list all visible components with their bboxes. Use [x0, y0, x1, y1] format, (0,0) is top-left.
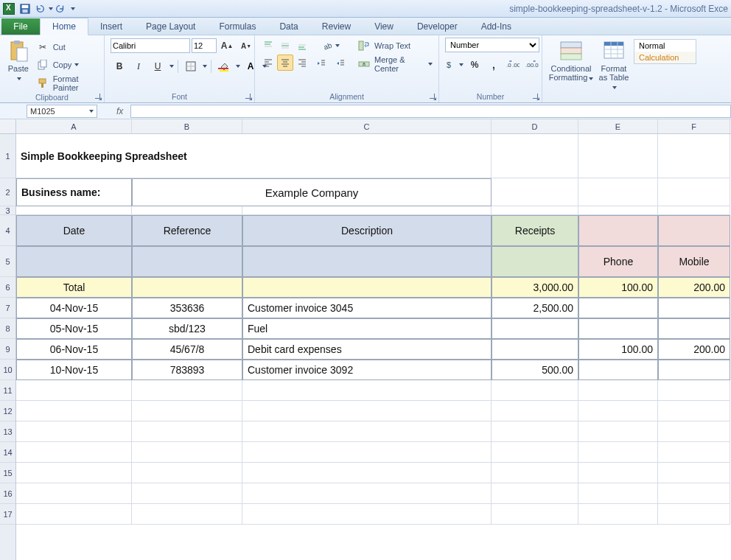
cell-desc[interactable]: Fuel [242, 318, 492, 339]
cell[interactable] [492, 380, 578, 401]
cell[interactable] [578, 421, 658, 442]
row-header[interactable]: 7 [0, 298, 15, 318]
col-header[interactable]: B [132, 119, 242, 133]
copy-icon[interactable] [35, 57, 51, 73]
clipboard-dialog-launcher-icon[interactable] [94, 92, 102, 101]
cell[interactable] [132, 246, 242, 277]
percent-format-icon[interactable]: % [466, 57, 483, 73]
cell[interactable] [492, 401, 578, 421]
fx-icon[interactable]: fx [116, 106, 123, 116]
cell[interactable] [132, 206, 242, 215]
cell[interactable] [16, 442, 132, 463]
cell-styles-gallery[interactable]: Normal Calculation [634, 39, 696, 64]
cell[interactable] [658, 421, 730, 442]
cell[interactable] [578, 504, 658, 525]
cell-ref[interactable]: sbd/123 [132, 318, 242, 339]
total-label-cell[interactable]: Total [16, 277, 132, 298]
borders-icon[interactable] [183, 58, 199, 74]
cell-receipts[interactable]: 500.00 [492, 360, 578, 380]
row-header[interactable]: 15 [0, 463, 15, 483]
paste-button[interactable]: Paste [4, 38, 32, 83]
cell-desc[interactable]: Customer invoice 3092 [242, 360, 492, 380]
name-box-dropdown-icon[interactable] [89, 110, 94, 113]
decrease-font-icon[interactable]: A▼ [238, 38, 254, 54]
cell[interactable] [16, 483, 132, 504]
align-top-icon[interactable] [260, 38, 276, 54]
cut-label[interactable]: Cut [53, 43, 66, 52]
align-center-icon[interactable] [277, 55, 293, 71]
cell[interactable] [242, 277, 492, 298]
cell[interactable] [658, 483, 730, 504]
decrease-decimal-icon[interactable]: .00.0 [524, 57, 540, 73]
cell[interactable] [578, 483, 658, 504]
align-bottom-icon[interactable] [294, 38, 310, 54]
tab-pagelayout[interactable]: Page Layout [134, 18, 207, 35]
tab-addins[interactable]: Add-Ins [469, 18, 523, 35]
cell-ref[interactable]: 783893 [132, 360, 242, 380]
cell[interactable] [492, 504, 578, 525]
bold-button[interactable]: B [111, 58, 127, 74]
col-header[interactable]: A [16, 119, 132, 133]
total-receipts[interactable]: 3,000.00 [492, 277, 578, 298]
format-painter-label[interactable]: Format Painter [53, 74, 98, 92]
qat-customize-icon[interactable] [71, 7, 75, 10]
cell[interactable] [16, 504, 132, 525]
row-header[interactable]: 8 [0, 318, 15, 339]
cell[interactable] [492, 134, 578, 178]
cell[interactable] [578, 401, 658, 421]
row-header[interactable]: 9 [0, 339, 15, 360]
format-painter-icon[interactable] [35, 75, 51, 91]
number-format-select[interactable]: Number [445, 38, 539, 52]
cell[interactable] [16, 401, 132, 421]
cell[interactable] [132, 463, 242, 483]
orientation-icon[interactable]: ab [313, 38, 349, 54]
col-header[interactable]: F [658, 119, 730, 133]
cell[interactable] [132, 401, 242, 421]
cell[interactable] [242, 380, 492, 401]
redo-icon[interactable] [54, 2, 67, 15]
underline-button[interactable]: U [150, 58, 166, 74]
sheet-title-cell[interactable]: Simple Bookkeeping Spreadsheet [16, 134, 492, 178]
conditional-formatting-button[interactable]: Conditional Formatting [547, 38, 595, 83]
cell-phone[interactable] [578, 318, 658, 339]
tab-home[interactable]: Home [40, 18, 88, 35]
cell[interactable] [242, 442, 492, 463]
row-header[interactable]: 13 [0, 421, 15, 442]
tab-file[interactable]: File [1, 18, 40, 35]
comma-format-icon[interactable]: , [486, 57, 502, 73]
cell[interactable] [658, 442, 730, 463]
cell-phone[interactable] [578, 360, 658, 380]
row-header[interactable]: 12 [0, 401, 15, 421]
cut-icon[interactable]: ✂ [35, 39, 51, 55]
row-header[interactable]: 16 [0, 483, 15, 504]
cell-mobile[interactable] [658, 298, 730, 318]
wrap-text-button[interactable]: Wrap Text [355, 38, 433, 54]
cell[interactable] [132, 421, 242, 442]
cell[interactable] [658, 215, 730, 246]
cell[interactable] [578, 178, 658, 206]
cell[interactable] [578, 442, 658, 463]
copy-label[interactable]: Copy [53, 60, 72, 69]
cell[interactable] [492, 463, 578, 483]
alignment-dialog-launcher-icon[interactable] [428, 92, 437, 101]
total-mobile[interactable]: 200.00 [658, 277, 730, 298]
cell[interactable] [16, 421, 132, 442]
cell-phone[interactable]: 100.00 [578, 339, 658, 360]
cell[interactable] [578, 134, 658, 178]
cell-desc[interactable]: Customer invoice 3045 [242, 298, 492, 318]
style-calculation[interactable]: Calculation [634, 52, 696, 63]
cell[interactable] [658, 206, 730, 215]
row-header[interactable]: 1 [0, 134, 15, 178]
cell-receipts[interactable] [492, 318, 578, 339]
cell[interactable] [132, 483, 242, 504]
align-right-icon[interactable] [294, 55, 310, 71]
format-as-table-button[interactable]: Format as Table [595, 38, 632, 92]
tab-view[interactable]: View [363, 18, 405, 35]
cell[interactable] [242, 504, 492, 525]
cell[interactable] [658, 380, 730, 401]
cell[interactable] [658, 463, 730, 483]
cell-receipts[interactable] [492, 339, 578, 360]
cell[interactable] [578, 215, 658, 246]
merge-center-button[interactable]: aMerge & Center [355, 55, 433, 73]
cell[interactable] [132, 277, 242, 298]
